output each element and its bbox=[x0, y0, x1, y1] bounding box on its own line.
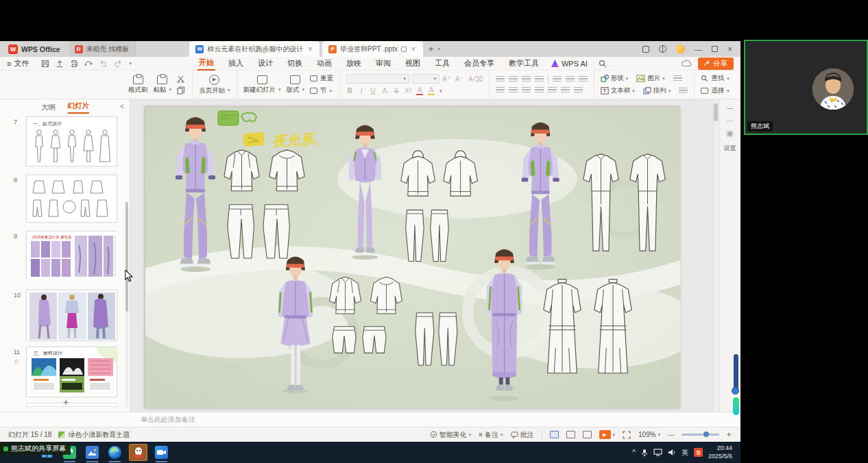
zoom-in-button[interactable]: + bbox=[727, 431, 731, 438]
slide-thumbnail-9[interactable]: 2025春夏流行色 紫色系 bbox=[26, 231, 117, 280]
tab-close-icon[interactable]: × bbox=[410, 45, 417, 53]
clear-format-button[interactable]: A⌫ bbox=[468, 75, 483, 83]
collapse-pane-icon[interactable]: — bbox=[727, 105, 733, 112]
menu-transition[interactable]: 切换 bbox=[286, 58, 304, 69]
restore-button[interactable] bbox=[712, 46, 718, 52]
smart-beautify-button[interactable]: 智能美化▾ bbox=[430, 430, 472, 440]
settings-label[interactable]: 设置 bbox=[724, 144, 736, 153]
distribute-icon[interactable] bbox=[548, 87, 557, 94]
minimize-button[interactable]: — bbox=[695, 45, 702, 53]
speaker-icon[interactable] bbox=[668, 449, 676, 456]
menu-teaching-tools[interactable]: 教学工具 bbox=[507, 58, 540, 69]
justify-icon[interactable] bbox=[535, 87, 544, 94]
share-button[interactable]: 分享 bbox=[698, 58, 734, 70]
select-button[interactable]: 选择▾ bbox=[701, 86, 730, 95]
menu-tools[interactable]: 工具 bbox=[433, 58, 451, 69]
workspace-layout-icon[interactable] bbox=[642, 46, 649, 53]
microphone-icon[interactable] bbox=[641, 449, 648, 457]
icon-library-icon[interactable] bbox=[673, 75, 682, 82]
menu-view[interactable]: 视图 bbox=[404, 58, 422, 69]
zoom-out-button[interactable]: — bbox=[668, 431, 674, 438]
slide-thumbnail-7[interactable]: 一、款式设计 bbox=[26, 116, 117, 166]
wps-ai-button[interactable]: WPS AI bbox=[551, 60, 588, 68]
textbox-button[interactable]: 文本框▾ bbox=[601, 86, 635, 95]
fit-to-window-icon[interactable] bbox=[623, 431, 631, 439]
format-painter-button[interactable]: 格式刷 bbox=[128, 75, 148, 95]
italic-button[interactable]: I bbox=[358, 87, 365, 95]
search-icon[interactable] bbox=[599, 60, 607, 68]
play-from-current-button[interactable]: ▶ 当页开始▾ bbox=[199, 75, 230, 95]
menu-insert[interactable]: 插入 bbox=[227, 58, 245, 69]
paragraph-settings-icon[interactable] bbox=[574, 87, 583, 94]
flat-coat-back[interactable] bbox=[594, 279, 631, 373]
current-slide[interactable]: 夜光系、 bbox=[145, 106, 679, 408]
taskbar-app-meeting[interactable] bbox=[155, 446, 168, 459]
notes-toggle-button[interactable]: ≡ 备注▾ bbox=[479, 430, 503, 440]
font-size-select[interactable]: ▾ bbox=[412, 74, 439, 84]
network-globe-icon[interactable] bbox=[659, 45, 666, 53]
slide-thumbnail-11[interactable]: 三、面料设计 bbox=[26, 347, 117, 397]
redo-icon[interactable] bbox=[114, 60, 123, 68]
comments-button[interactable]: 批注 bbox=[511, 430, 534, 440]
tray-expand-icon[interactable]: ^ bbox=[632, 449, 636, 456]
reset-button[interactable]: 重置 bbox=[310, 74, 333, 83]
display-icon[interactable] bbox=[653, 449, 662, 456]
highlight-color-button[interactable]: A bbox=[428, 86, 435, 95]
print-icon[interactable] bbox=[70, 60, 78, 68]
tab-docer[interactable]: D 来稻壳 找模板 bbox=[69, 41, 136, 57]
export-icon[interactable] bbox=[56, 60, 64, 68]
find-button[interactable]: 查找▾ bbox=[701, 74, 730, 83]
columns-icon[interactable] bbox=[561, 87, 570, 94]
strikethrough-button[interactable]: S bbox=[393, 87, 400, 95]
slide-canvas[interactable]: 夜光系、 bbox=[145, 107, 680, 408]
normal-view-icon[interactable] bbox=[550, 431, 559, 438]
font-color-button[interactable]: A bbox=[416, 86, 423, 95]
text-tools-icon[interactable] bbox=[579, 76, 588, 83]
text-direction-icon[interactable] bbox=[553, 76, 562, 83]
taskbar-app-edge[interactable] bbox=[108, 446, 121, 459]
more-options-icon[interactable]: ··· bbox=[727, 117, 733, 124]
bold-button[interactable]: B bbox=[346, 87, 353, 95]
collapse-panel-icon[interactable]: < bbox=[120, 103, 124, 110]
annotation-slider[interactable] bbox=[734, 354, 738, 390]
close-button[interactable]: × bbox=[727, 45, 732, 54]
tab-outline[interactable]: 大纲 bbox=[41, 103, 56, 112]
undo-icon[interactable] bbox=[99, 60, 108, 68]
superscript-button[interactable]: X² bbox=[405, 87, 411, 95]
menu-membership[interactable]: 会员专享 bbox=[463, 58, 496, 69]
menu-design[interactable]: 设计 bbox=[256, 58, 274, 69]
layout-button[interactable]: 版式▾ bbox=[287, 75, 305, 95]
quick-access-dropdown-icon[interactable]: ▾ bbox=[129, 61, 132, 66]
tab-document[interactable]: W 样云元素在针织跑步服中的设计 × bbox=[189, 41, 320, 57]
menu-animation[interactable]: 动画 bbox=[315, 58, 333, 69]
align-left-icon[interactable] bbox=[496, 87, 505, 94]
taskbar-clock[interactable]: 20:44 2025/5/6 bbox=[708, 445, 735, 460]
canvas-scrollbar-track[interactable] bbox=[713, 99, 719, 412]
tab-close-icon[interactable]: × bbox=[306, 45, 313, 53]
arrange-button[interactable]: 排列▾ bbox=[643, 86, 671, 95]
font-name-select[interactable]: ▾ bbox=[346, 74, 409, 84]
shrink-font-button[interactable]: A⁻ bbox=[455, 75, 463, 83]
menu-home[interactable]: 开始 bbox=[197, 57, 215, 71]
annotation-slider-knob[interactable] bbox=[732, 387, 739, 395]
reading-view-icon[interactable] bbox=[583, 431, 592, 438]
line-spacing-icon[interactable] bbox=[566, 76, 575, 83]
flat-coat-front[interactable] bbox=[544, 279, 581, 373]
char-style-button[interactable]: A bbox=[381, 87, 388, 95]
new-tab-button[interactable]: + bbox=[429, 44, 434, 54]
decrease-indent-icon[interactable] bbox=[522, 76, 531, 83]
bullet-list-icon[interactable] bbox=[496, 76, 505, 83]
slide-sorter-view-icon[interactable] bbox=[566, 431, 575, 438]
zoom-level-select[interactable]: 109%▾ bbox=[638, 431, 660, 438]
underline-button[interactable]: U bbox=[370, 87, 376, 95]
align-center-icon[interactable] bbox=[509, 87, 518, 94]
tab-restore-icon[interactable] bbox=[401, 47, 407, 52]
copy-icon[interactable] bbox=[177, 86, 185, 95]
cloud-sync-icon[interactable] bbox=[84, 60, 93, 68]
gear-icon[interactable] bbox=[725, 129, 734, 138]
meeting-toolbar-handle[interactable] bbox=[733, 397, 739, 415]
canvas-scrollbar-thumb[interactable] bbox=[714, 103, 718, 121]
tab-ppt[interactable]: P 毕业答辩PPT .pptx × bbox=[322, 41, 423, 57]
align-right-icon[interactable] bbox=[522, 87, 531, 94]
taskbar-app-qq[interactable] bbox=[129, 444, 147, 461]
